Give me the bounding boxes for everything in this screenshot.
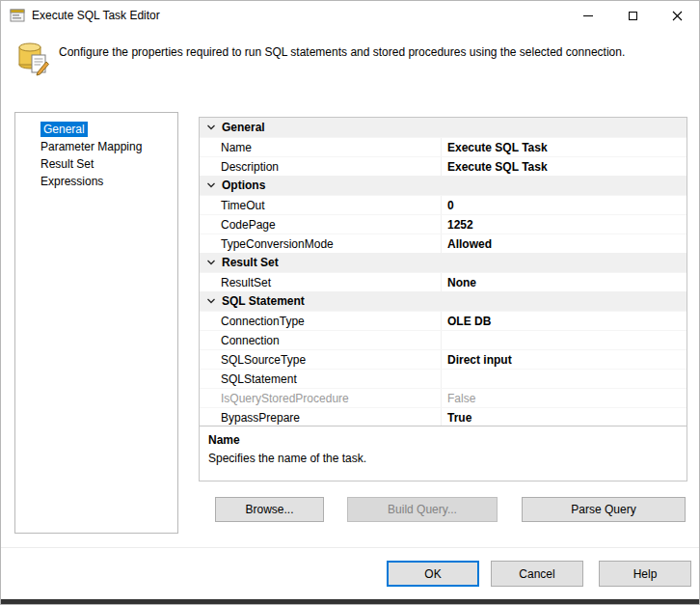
property-row-resultset[interactable]: ResultSet None: [200, 272, 687, 291]
chevron-down-icon: [206, 296, 217, 306]
property-value[interactable]: 1252: [441, 215, 687, 234]
category-sql-statement[interactable]: SQL Statement: [200, 291, 687, 311]
window-title: Execute SQL Task Editor: [32, 9, 160, 22]
property-name: Name: [200, 138, 441, 156]
build-query-button: Build Query...: [347, 497, 498, 522]
title-bar: Execute SQL Task Editor: [1, 1, 699, 30]
property-value: False: [441, 389, 687, 407]
property-name: SQLSourceType: [200, 350, 441, 369]
property-name: TypeConversionMode: [200, 234, 441, 253]
category-label: Options: [222, 179, 265, 192]
property-help-title: Name: [208, 433, 678, 447]
property-value[interactable]: Execute SQL Task: [441, 157, 687, 176]
property-row-name[interactable]: Name Execute SQL Task: [200, 137, 687, 156]
nav-item-parameter-mapping[interactable]: Parameter Mapping: [15, 138, 177, 155]
property-name: Connection: [200, 331, 441, 349]
cancel-button[interactable]: Cancel: [491, 561, 583, 587]
nav-item-label: Expressions: [40, 175, 103, 188]
property-value[interactable]: OLE DB: [441, 312, 687, 330]
minimize-icon: [583, 15, 593, 16]
chevron-down-icon: [206, 258, 217, 267]
property-name: CodePage: [200, 215, 441, 234]
chevron-down-icon: [206, 180, 217, 190]
window-controls: [566, 1, 699, 30]
property-value[interactable]: Execute SQL Task: [441, 138, 687, 156]
property-grid: General Name Execute SQL Task Descriptio…: [199, 117, 687, 427]
nav-item-expressions[interactable]: Expressions: [15, 173, 177, 190]
property-value[interactable]: [441, 331, 687, 349]
maximize-button[interactable]: [610, 1, 655, 30]
nav-item-general[interactable]: General: [15, 121, 177, 138]
property-row-connection[interactable]: Connection: [200, 330, 687, 349]
property-name: TimeOut: [200, 196, 441, 214]
property-value[interactable]: Allowed: [441, 234, 687, 253]
property-name: Description: [200, 157, 441, 176]
execute-sql-task-icon: [16, 40, 49, 79]
close-icon: [672, 11, 683, 21]
nav-item-label: Parameter Mapping: [40, 140, 142, 153]
property-value[interactable]: None: [441, 273, 687, 291]
property-row-connectiontype[interactable]: ConnectionType OLE DB: [200, 311, 687, 330]
close-button[interactable]: [655, 1, 699, 30]
property-name: ConnectionType: [200, 312, 441, 330]
chevron-down-icon: [206, 123, 217, 132]
nav-item-label: Result Set: [40, 157, 94, 171]
footer-separator: [1, 547, 699, 548]
property-help-text: Specifies the name of the task.: [208, 452, 678, 465]
property-value[interactable]: Direct input: [441, 350, 687, 369]
browse-button[interactable]: Browse...: [215, 497, 324, 522]
property-row-timeout[interactable]: TimeOut 0: [200, 195, 687, 214]
banner: Configure the properties required to run…: [1, 30, 699, 99]
property-row-bypassprepare[interactable]: BypassPrepare True: [200, 407, 687, 426]
property-value[interactable]: 0: [441, 196, 687, 214]
category-label: General: [222, 121, 265, 134]
pages-list: General Parameter Mapping Result Set Exp…: [14, 112, 178, 534]
property-name: BypassPrepare: [200, 408, 441, 426]
property-row-typeconversionmode[interactable]: TypeConversionMode Allowed: [200, 234, 687, 253]
parse-query-button[interactable]: Parse Query: [522, 497, 686, 522]
nav-item-result-set[interactable]: Result Set: [15, 155, 177, 173]
help-button[interactable]: Help: [599, 561, 691, 587]
execute-sql-task-editor-dialog: Execute SQL Task Editor: [0, 0, 700, 605]
maximize-icon: [629, 12, 637, 20]
category-options[interactable]: Options: [200, 176, 687, 195]
property-value[interactable]: [441, 370, 687, 388]
property-name: IsQueryStoredProcedure: [200, 389, 441, 407]
property-row-sqlstatement[interactable]: SQLStatement: [200, 369, 687, 388]
property-row-description[interactable]: Description Execute SQL Task: [200, 156, 687, 176]
property-help-pane: Name Specifies the name of the task.: [199, 426, 687, 481]
category-label: SQL Statement: [222, 294, 305, 308]
property-row-sqlsourcetype[interactable]: SQLSourceType Direct input: [200, 349, 687, 369]
ok-button[interactable]: OK: [387, 561, 479, 587]
property-name: ResultSet: [200, 273, 441, 291]
category-label: Result Set: [222, 256, 279, 269]
nav-item-label: General: [40, 122, 88, 137]
minimize-button[interactable]: [566, 1, 610, 30]
category-result-set[interactable]: Result Set: [200, 253, 687, 272]
property-value[interactable]: True: [441, 408, 687, 426]
property-row-isquerystoredprocedure[interactable]: IsQueryStoredProcedure False: [200, 388, 687, 407]
banner-description: Configure the properties required to run…: [59, 45, 682, 60]
execute-sql-task-window-icon: [10, 8, 25, 23]
background-window-edge: [1, 599, 699, 604]
category-general[interactable]: General: [200, 118, 687, 137]
property-name: SQLStatement: [200, 370, 441, 388]
property-row-codepage[interactable]: CodePage 1252: [200, 214, 687, 234]
